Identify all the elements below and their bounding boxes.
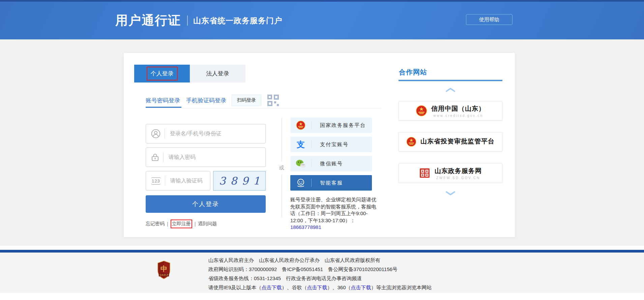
chevron-down-icon <box>445 191 456 196</box>
partner-name: 信用中国（山东） <box>431 104 485 113</box>
wechat-icon <box>290 159 311 168</box>
wechat-label: 微信账号 <box>320 161 343 167</box>
method-password-login[interactable]: 账号密码登录 <box>146 97 180 104</box>
third-party-login-list: 国家政务服务平台 支 支付宝账号 <box>290 118 372 194</box>
item-divider <box>311 140 312 148</box>
or-divider: 或 <box>278 118 285 218</box>
partner-name: 山东省投资审批监管平台 <box>420 137 495 146</box>
smart-customer-service-button[interactable]: 智能客服 <box>290 175 372 191</box>
partner-name: 山东政务服务网 <box>435 167 482 175</box>
tab-personal-login[interactable]: 个人登录 <box>134 65 190 82</box>
browser-notice-text: ）等主流浏览器浏览本网站 <box>371 285 432 290</box>
partner-url: www.creditsd.gov.cn <box>433 114 483 118</box>
ie-download-link[interactable]: 点击下载 <box>262 285 282 290</box>
footer-org-line: 山东省人民政府主办 山东省人民政府办公厅承办 山东省人民政府版权所有 <box>208 256 432 265</box>
personal-login-highlight-box: 个人登录 <box>147 67 178 80</box>
footer-site-code-line: 政府网站识别码：3700000092 鲁ICP备05051451 鲁公网安备37… <box>208 265 432 274</box>
brand: 用户通行证 山东省统一政务服务门户 <box>115 2 282 39</box>
password-input[interactable] <box>168 154 263 161</box>
footer-text-block: 山东省人民政府主办 山东省人民政府办公厅承办 山东省人民政府版权所有 政府网站识… <box>208 256 432 292</box>
alipay-icon: 支 <box>290 139 311 150</box>
national-emblem-icon <box>406 137 416 147</box>
legal-login-label: 法人登录 <box>206 70 229 77</box>
link-separator: | <box>167 221 168 227</box>
method-sms-login[interactable]: 手机验证码登录 <box>186 97 226 104</box>
qr-code-icon[interactable] <box>267 94 280 107</box>
method-scan-login[interactable]: 扫码登录 <box>232 95 261 106</box>
footer-browser-notice: 请使用IE9及以上版本（点击下载）、谷歌（点击下载）、360（点击下载）等主流浏… <box>208 283 432 292</box>
service-phone-link[interactable]: 18663778981 <box>290 224 321 230</box>
register-now-link[interactable]: 立即注册 <box>171 220 192 228</box>
national-emblem-icon <box>290 121 311 130</box>
government-badge-icon: 中 党政机关 <box>157 261 171 281</box>
or-text: 或 <box>279 161 284 174</box>
captcha-123-icon: 123 <box>151 177 161 185</box>
brand-divider <box>187 15 188 26</box>
login-type-tabs: 个人登录 法人登录 <box>134 65 245 82</box>
footer-hotline-line: 省级政务服务热线：0531-12345 行政业务咨询电话见办事咨询频道 <box>208 274 432 283</box>
main-area: 个人登录 法人登录 账号密码登录 手机验证码登录 扫码登录 <box>0 39 644 246</box>
customer-service-notice: 账号登录注册、企业绑定相关问题请优先联系页面中的智能客服系统，客服电话（工作日：… <box>290 196 379 231</box>
footer-gap <box>0 246 644 250</box>
help-button[interactable]: 使用帮助 <box>466 14 513 25</box>
field-divider <box>165 129 165 139</box>
captcha-image[interactable]: 3891 <box>213 171 266 191</box>
or-divider-line <box>282 118 282 161</box>
national-platform-login-button[interactable]: 国家政务服务平台 <box>290 118 372 133</box>
top-strip <box>0 0 644 2</box>
field-divider <box>165 176 165 186</box>
smart-service-robot-icon <box>290 178 311 188</box>
login-card: 个人登录 法人登录 账号密码登录 手机验证码登录 扫码登录 <box>124 53 515 237</box>
alipay-label: 支付宝账号 <box>320 141 349 148</box>
browser-notice-text: ）、360（ <box>327 285 351 290</box>
chrome-download-link[interactable]: 点击下载 <box>307 285 327 290</box>
password-field-wrap <box>146 147 266 167</box>
forgot-password-link[interactable]: 忘记密码 <box>146 221 165 227</box>
captcha-field-wrap: 123 <box>146 171 210 191</box>
chevron-up-icon <box>445 88 456 92</box>
partner-sites-title: 合作网站 <box>399 68 427 77</box>
header: 用户通行证 山东省统一政务服务门户 使用帮助 <box>0 0 644 39</box>
active-method-underline <box>146 107 181 108</box>
tab-legal-person-login[interactable]: 法人登录 <box>190 65 245 82</box>
item-divider <box>311 160 312 168</box>
alipay-login-button[interactable]: 支 支付宝账号 <box>290 137 372 152</box>
scroll-up-button[interactable] <box>399 88 502 92</box>
partner-sites-section: 合作网站 信用中国（山东） <box>399 68 502 213</box>
trouble-link[interactable]: 遇到问题 <box>198 221 217 227</box>
or-divider-line <box>282 174 282 218</box>
item-divider <box>311 121 312 129</box>
partner-credit-china-shandong[interactable]: 信用中国（山东） www.creditsd.gov.cn <box>399 101 502 121</box>
footer: 中 党政机关 山东省人民政府主办 山东省人民政府办公厅承办 山东省人民政府版权所… <box>0 253 644 293</box>
item-divider <box>311 179 312 187</box>
browser-notice-text: ）、谷歌（ <box>282 285 307 290</box>
portal-subtitle: 山东省统一政务服务门户 <box>193 15 282 26</box>
form-links: 忘记密码 | 立即注册 | 遇到问题 <box>146 220 217 228</box>
field-divider <box>163 152 164 162</box>
captcha-input[interactable] <box>170 177 207 184</box>
partner-shandong-gov-service-site[interactable]: 山东政务服务网 ZWFW.SD.GOV.CN <box>399 163 502 183</box>
login-method-tabs: 账号密码登录 手机验证码登录 扫码登录 <box>146 94 280 107</box>
user-icon <box>151 129 160 138</box>
wechat-login-button[interactable]: 微信账号 <box>290 156 372 171</box>
personal-login-submit-button[interactable]: 个人登录 <box>146 195 266 213</box>
lock-icon <box>151 153 159 162</box>
username-field-wrap <box>146 124 266 143</box>
login-page: 用户通行证 山东省统一政务服务门户 使用帮助 个人登录 法人登录 账号密码登录 … <box>0 0 644 300</box>
methods-divider-line <box>146 108 382 108</box>
partner-investment-approval-platform[interactable]: 山东省投资审批监管平台 <box>399 132 502 152</box>
scroll-down-button[interactable] <box>399 191 502 196</box>
notice-text: 账号登录注册、企业绑定相关问题请优先联系页面中的智能客服系统，客服电话（工作日：… <box>290 197 376 223</box>
browser-notice-text: 请使用IE9及以上版本（ <box>208 285 262 290</box>
360-download-link[interactable]: 点击下载 <box>351 285 371 290</box>
username-input[interactable] <box>169 130 263 137</box>
partner-url: ZWFW.SD.GOV.CN <box>436 176 480 180</box>
partner-title-underline <box>399 80 502 81</box>
page-title: 用户通行证 <box>115 12 181 29</box>
footer-accent-strip <box>0 250 644 253</box>
svg-text:中: 中 <box>160 265 167 272</box>
national-emblem-icon <box>416 105 427 116</box>
red-seal-icon <box>419 167 431 179</box>
smart-service-label: 智能客服 <box>320 180 343 186</box>
link-separator: | <box>195 221 196 227</box>
